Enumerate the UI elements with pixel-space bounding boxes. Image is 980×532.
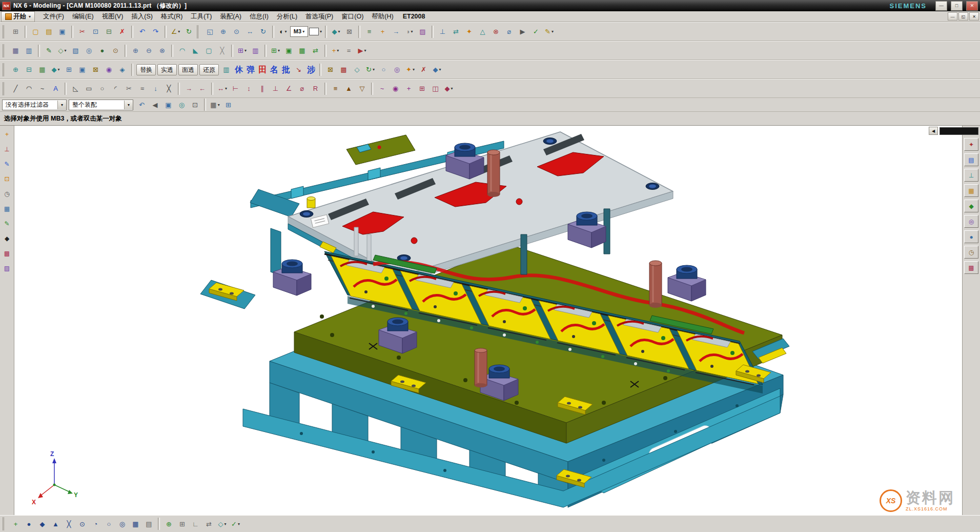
dropdown-arrow[interactable]: ▾ (451, 86, 453, 91)
menu-item[interactable]: 窗口(O) (337, 11, 368, 22)
constraint-navigator-icon[interactable]: ⊥ (964, 169, 978, 182)
highlight-selection-icon[interactable]: ◎ (175, 98, 188, 111)
electrode-icon[interactable]: ◈ (116, 63, 129, 76)
dropdown-arrow[interactable]: ▾ (225, 86, 227, 91)
explode-assembly-icon[interactable]: ✦ (463, 25, 476, 38)
select-all-icon[interactable]: ▣ (162, 98, 175, 111)
macro-grid-button[interactable]: 田 (257, 63, 268, 76)
hd3d-tools-icon[interactable]: ◎ (964, 215, 978, 228)
macro-xiu-button[interactable]: 休 (233, 63, 244, 76)
undo-icon[interactable]: ↶ (136, 25, 149, 38)
shell-icon[interactable]: ▢ (202, 44, 215, 57)
toolbar-drag-handle[interactable] (197, 25, 201, 38)
dim-parallel-icon[interactable]: ∥ (256, 82, 269, 95)
swatch-tool-icon[interactable]: ▨ (2, 263, 13, 274)
toolbar-drag-handle[interactable] (3, 517, 7, 530)
constraint-icon[interactable]: ≡ (329, 82, 342, 95)
line-icon[interactable]: ╱ (9, 82, 22, 95)
trim-curve-icon[interactable]: ✂ (122, 82, 135, 95)
insert-block-icon[interactable]: ▣ (76, 63, 89, 76)
object-info-icon[interactable]: ◆▾ (431, 63, 443, 76)
wcs-display-icon[interactable]: + (376, 25, 389, 38)
enable-snap-icon[interactable]: ⊕ (162, 518, 175, 530)
toolbar-drag-handle[interactable] (3, 63, 7, 76)
snapshot-icon[interactable]: ⊠ (343, 25, 356, 38)
pattern-feature-icon[interactable]: ⊞▾ (236, 44, 249, 57)
datum-plane-icon[interactable]: ◇▾ (56, 44, 69, 57)
chevron-down-icon[interactable]: ▾ (124, 101, 133, 109)
chevron-down-icon[interactable]: ▾ (57, 101, 66, 109)
arc-center-snap-icon[interactable]: ⊙ (76, 518, 89, 530)
standard-part-icon[interactable]: ⊠ (89, 63, 102, 76)
layer-settings-icon[interactable]: ≡ (363, 25, 376, 38)
menu-item[interactable]: 工具(T) (187, 11, 216, 22)
dropdown-arrow[interactable]: ▾ (338, 29, 340, 34)
cavity-layout-icon[interactable]: ⊞ (63, 63, 75, 76)
snap-settings-icon[interactable]: ✓▾ (229, 518, 242, 530)
chamfer-icon[interactable]: ◣ (189, 44, 202, 57)
selection-scope-dropdown[interactable]: 整个装配 ▾ (69, 100, 133, 110)
materials-icon[interactable]: ▩ (964, 261, 978, 274)
general-select-icon[interactable]: ⊞ (222, 98, 235, 111)
stripe-display-icon[interactable]: ▥ (220, 63, 233, 76)
menu-item[interactable]: 文件(F) (39, 11, 68, 22)
notes-icon[interactable]: ✎▾ (543, 25, 556, 38)
hole-icon[interactable]: ● (96, 44, 109, 57)
assembly-constraints-icon[interactable]: ⊥ (436, 25, 449, 38)
clearance-analysis-icon[interactable]: △ (476, 25, 489, 38)
dropdown-arrow[interactable]: ▾ (178, 29, 180, 34)
interference-icon[interactable]: ⊗ (489, 25, 502, 38)
ortho-snap-icon[interactable]: ∟ (189, 518, 202, 530)
move-component-icon[interactable]: ⇄ (450, 25, 462, 38)
studio-spline-icon[interactable]: ~ (376, 82, 389, 95)
unite-icon[interactable]: ⊕ (129, 44, 142, 57)
bounded-grid-snap-icon[interactable]: ▤ (142, 518, 155, 530)
core-cavity-icon[interactable]: ▦ (36, 63, 49, 76)
pattern-component-icon[interactable]: ▦ (296, 44, 309, 57)
dim-radius-icon[interactable]: R (309, 82, 322, 95)
dropdown-arrow[interactable]: ▾ (218, 103, 220, 107)
move-object-icon[interactable]: → (390, 25, 402, 38)
show-hide-icon[interactable]: ◑▾ (403, 25, 416, 38)
dim-inferred-icon[interactable]: ↔▾ (216, 82, 229, 95)
mdi-close-button[interactable]: ✕ (969, 12, 979, 21)
pocket-icon[interactable]: ◉ (103, 63, 115, 76)
add-component-icon[interactable]: ⊞▾ (269, 44, 282, 57)
fillet-icon[interactable]: ◜ (109, 82, 122, 95)
dropdown-arrow[interactable]: ▾ (373, 67, 375, 72)
more-curve-icon[interactable]: ◆▾ (442, 82, 455, 95)
dropdown-arrow[interactable]: ▾ (278, 48, 280, 53)
spline-icon[interactable]: ~ (36, 82, 49, 95)
hide-component-icon[interactable]: ○ (377, 63, 390, 76)
paste-icon[interactable]: ⊟ (103, 25, 115, 38)
view-section-icon[interactable]: ◆▾ (330, 25, 342, 38)
parting-icon[interactable]: ⊟ (23, 63, 35, 76)
quick-extend-icon[interactable]: → (182, 82, 195, 95)
wcs-dynamics-icon[interactable]: +▾ (329, 44, 342, 57)
rectangle-icon[interactable]: ▭ (83, 82, 95, 95)
snapshot-tool-icon[interactable]: ⊡ (2, 173, 13, 185)
dim-vertical-icon[interactable]: ↕ (242, 82, 255, 95)
menu-item[interactable]: 插入(S) (127, 11, 157, 22)
boss-icon[interactable]: ⊙ (109, 44, 122, 57)
wireframe-toggle-icon[interactable]: ◇ (351, 63, 363, 76)
mirror-feature-icon[interactable]: ▥ (249, 44, 262, 57)
menu-item[interactable]: 帮助(H) (368, 11, 397, 22)
collapse-border-button[interactable]: ◀ (929, 127, 938, 135)
dim-horizontal-icon[interactable]: ⊢ (229, 82, 242, 95)
edge-blend-icon[interactable]: ◠ (176, 44, 189, 57)
control-point-snap-icon[interactable]: ▲ (49, 518, 62, 530)
macro-she-button[interactable]: 涉 (305, 63, 317, 76)
close-button[interactable]: ✕ (966, 1, 978, 11)
workpiece-icon[interactable]: ◆▾ (49, 63, 62, 76)
face-filter-icon[interactable]: ▦▾ (209, 98, 221, 111)
restore-button[interactable]: 还原 (199, 64, 219, 75)
macro-tan-button[interactable]: 弹 (245, 63, 256, 76)
dropdown-arrow[interactable]: ▾ (364, 48, 366, 53)
dim-perpendicular-icon[interactable]: ⊥ (269, 82, 282, 95)
start-menu-button[interactable]: 开始 ▾ (1, 11, 35, 22)
menu-item[interactable]: 信息(I) (246, 11, 273, 22)
measure-distance-icon[interactable]: ⌀ (503, 25, 516, 38)
tracking-icon[interactable]: ⇄ (202, 518, 215, 530)
selection-mode-icon[interactable]: ▶ (516, 25, 529, 38)
